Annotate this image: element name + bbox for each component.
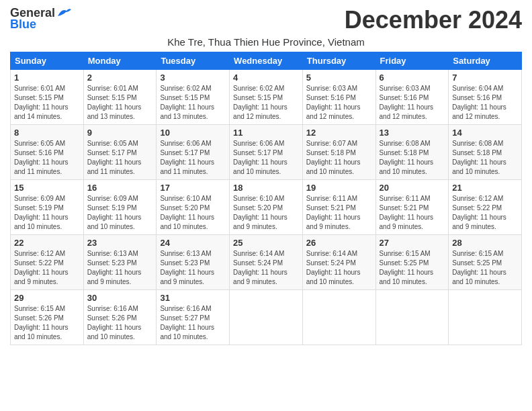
calendar-week-row: 22 Sunrise: 6:12 AMSunset: 5:22 PMDaylig… bbox=[11, 234, 522, 289]
calendar-cell: 14 Sunrise: 6:08 AMSunset: 5:18 PMDaylig… bbox=[449, 124, 522, 179]
calendar-header-row: SundayMondayTuesdayWednesdayThursdayFrid… bbox=[11, 52, 522, 69]
day-number: 13 bbox=[380, 128, 445, 138]
calendar-cell: 2 Sunrise: 6:01 AMSunset: 5:15 PMDayligh… bbox=[83, 69, 157, 124]
day-info: Sunrise: 6:16 AMSunset: 5:27 PMDaylight:… bbox=[160, 305, 214, 340]
calendar-cell: 9 Sunrise: 6:05 AMSunset: 5:17 PMDayligh… bbox=[83, 124, 157, 179]
col-header-friday: Friday bbox=[375, 52, 449, 69]
calendar-cell bbox=[230, 289, 303, 345]
day-info: Sunrise: 6:08 AMSunset: 5:18 PMDaylight:… bbox=[452, 140, 506, 175]
calendar-cell: 21 Sunrise: 6:12 AMSunset: 5:22 PMDaylig… bbox=[449, 179, 522, 234]
day-info: Sunrise: 6:10 AMSunset: 5:20 PMDaylight:… bbox=[233, 195, 287, 230]
day-number: 17 bbox=[160, 183, 226, 193]
calendar-cell: 22 Sunrise: 6:12 AMSunset: 5:22 PMDaylig… bbox=[11, 234, 84, 289]
day-number: 24 bbox=[160, 238, 226, 248]
calendar-cell: 7 Sunrise: 6:04 AMSunset: 5:16 PMDayligh… bbox=[449, 69, 522, 124]
day-info: Sunrise: 6:02 AMSunset: 5:15 PMDaylight:… bbox=[160, 85, 214, 120]
day-info: Sunrise: 6:12 AMSunset: 5:22 PMDaylight:… bbox=[452, 195, 506, 230]
day-number: 27 bbox=[380, 238, 445, 248]
day-number: 9 bbox=[87, 128, 153, 138]
day-number: 10 bbox=[160, 128, 226, 138]
day-info: Sunrise: 6:03 AMSunset: 5:16 PMDaylight:… bbox=[380, 85, 434, 120]
day-number: 12 bbox=[306, 128, 372, 138]
calendar-cell: 13 Sunrise: 6:08 AMSunset: 5:18 PMDaylig… bbox=[375, 124, 449, 179]
calendar-cell: 16 Sunrise: 6:09 AMSunset: 5:19 PMDaylig… bbox=[83, 179, 157, 234]
day-info: Sunrise: 6:01 AMSunset: 5:15 PMDaylight:… bbox=[87, 85, 142, 120]
day-info: Sunrise: 6:15 AMSunset: 5:25 PMDaylight:… bbox=[452, 250, 506, 285]
calendar-cell: 23 Sunrise: 6:13 AMSunset: 5:23 PMDaylig… bbox=[83, 234, 157, 289]
day-info: Sunrise: 6:14 AMSunset: 5:24 PMDaylight:… bbox=[233, 250, 287, 285]
day-info: Sunrise: 6:05 AMSunset: 5:16 PMDaylight:… bbox=[14, 140, 69, 175]
day-info: Sunrise: 6:03 AMSunset: 5:16 PMDaylight:… bbox=[306, 85, 361, 120]
day-number: 25 bbox=[233, 238, 299, 248]
calendar-cell: 15 Sunrise: 6:09 AMSunset: 5:19 PMDaylig… bbox=[11, 179, 84, 234]
day-info: Sunrise: 6:11 AMSunset: 5:21 PMDaylight:… bbox=[306, 195, 361, 230]
col-header-wednesday: Wednesday bbox=[230, 52, 303, 69]
day-number: 15 bbox=[14, 183, 80, 193]
day-info: Sunrise: 6:04 AMSunset: 5:16 PMDaylight:… bbox=[452, 85, 506, 120]
day-info: Sunrise: 6:01 AMSunset: 5:15 PMDaylight:… bbox=[14, 85, 69, 120]
page-header: General Blue December 2024 bbox=[10, 7, 522, 34]
day-number: 6 bbox=[380, 73, 445, 83]
calendar-cell: 18 Sunrise: 6:10 AMSunset: 5:20 PMDaylig… bbox=[230, 179, 303, 234]
calendar-week-row: 8 Sunrise: 6:05 AMSunset: 5:16 PMDayligh… bbox=[11, 124, 522, 179]
calendar-cell bbox=[375, 289, 449, 345]
day-info: Sunrise: 6:11 AMSunset: 5:21 PMDaylight:… bbox=[380, 195, 434, 230]
day-number: 14 bbox=[452, 128, 518, 138]
day-number: 23 bbox=[87, 238, 153, 248]
calendar-cell: 6 Sunrise: 6:03 AMSunset: 5:16 PMDayligh… bbox=[375, 69, 449, 124]
calendar-cell: 26 Sunrise: 6:14 AMSunset: 5:24 PMDaylig… bbox=[302, 234, 375, 289]
calendar-cell: 25 Sunrise: 6:14 AMSunset: 5:24 PMDaylig… bbox=[230, 234, 303, 289]
day-number: 21 bbox=[452, 183, 518, 193]
col-header-sunday: Sunday bbox=[11, 52, 84, 69]
day-number: 18 bbox=[233, 183, 299, 193]
calendar-cell: 17 Sunrise: 6:10 AMSunset: 5:20 PMDaylig… bbox=[157, 179, 230, 234]
day-number: 8 bbox=[14, 128, 80, 138]
day-number: 16 bbox=[87, 183, 153, 193]
calendar-cell: 8 Sunrise: 6:05 AMSunset: 5:16 PMDayligh… bbox=[11, 124, 84, 179]
day-number: 2 bbox=[87, 73, 153, 83]
col-header-saturday: Saturday bbox=[449, 52, 522, 69]
calendar-week-row: 15 Sunrise: 6:09 AMSunset: 5:19 PMDaylig… bbox=[11, 179, 522, 234]
location-subtitle: Khe Tre, Thua Thien Hue Province, Vietna… bbox=[10, 36, 522, 48]
calendar-cell: 29 Sunrise: 6:15 AMSunset: 5:26 PMDaylig… bbox=[11, 289, 84, 345]
calendar-cell: 4 Sunrise: 6:02 AMSunset: 5:15 PMDayligh… bbox=[230, 69, 303, 124]
calendar-cell: 31 Sunrise: 6:16 AMSunset: 5:27 PMDaylig… bbox=[157, 289, 230, 345]
day-info: Sunrise: 6:09 AMSunset: 5:19 PMDaylight:… bbox=[14, 195, 69, 230]
calendar-cell: 24 Sunrise: 6:13 AMSunset: 5:23 PMDaylig… bbox=[157, 234, 230, 289]
calendar-cell: 12 Sunrise: 6:07 AMSunset: 5:18 PMDaylig… bbox=[302, 124, 375, 179]
day-info: Sunrise: 6:14 AMSunset: 5:24 PMDaylight:… bbox=[306, 250, 361, 285]
day-info: Sunrise: 6:15 AMSunset: 5:25 PMDaylight:… bbox=[380, 250, 434, 285]
calendar-cell: 20 Sunrise: 6:11 AMSunset: 5:21 PMDaylig… bbox=[375, 179, 449, 234]
calendar-cell: 10 Sunrise: 6:06 AMSunset: 5:17 PMDaylig… bbox=[157, 124, 230, 179]
day-info: Sunrise: 6:02 AMSunset: 5:15 PMDaylight:… bbox=[233, 85, 287, 120]
col-header-tuesday: Tuesday bbox=[157, 52, 230, 69]
day-number: 19 bbox=[306, 183, 372, 193]
day-info: Sunrise: 6:05 AMSunset: 5:17 PMDaylight:… bbox=[87, 140, 142, 175]
day-info: Sunrise: 6:13 AMSunset: 5:23 PMDaylight:… bbox=[160, 250, 214, 285]
day-number: 31 bbox=[160, 293, 226, 303]
calendar-cell: 1 Sunrise: 6:01 AMSunset: 5:15 PMDayligh… bbox=[11, 69, 84, 124]
day-number: 3 bbox=[160, 73, 226, 83]
col-header-thursday: Thursday bbox=[302, 52, 375, 69]
calendar-cell: 5 Sunrise: 6:03 AMSunset: 5:16 PMDayligh… bbox=[302, 69, 375, 124]
day-number: 20 bbox=[380, 183, 445, 193]
calendar-cell: 19 Sunrise: 6:11 AMSunset: 5:21 PMDaylig… bbox=[302, 179, 375, 234]
calendar-cell: 28 Sunrise: 6:15 AMSunset: 5:25 PMDaylig… bbox=[449, 234, 522, 289]
calendar-cell: 3 Sunrise: 6:02 AMSunset: 5:15 PMDayligh… bbox=[157, 69, 230, 124]
day-number: 29 bbox=[14, 293, 80, 303]
col-header-monday: Monday bbox=[83, 52, 157, 69]
day-number: 11 bbox=[233, 128, 299, 138]
day-number: 22 bbox=[14, 238, 80, 248]
day-info: Sunrise: 6:06 AMSunset: 5:17 PMDaylight:… bbox=[160, 140, 214, 175]
day-info: Sunrise: 6:13 AMSunset: 5:23 PMDaylight:… bbox=[87, 250, 142, 285]
calendar-cell: 11 Sunrise: 6:06 AMSunset: 5:17 PMDaylig… bbox=[230, 124, 303, 179]
calendar-cell bbox=[302, 289, 375, 345]
day-info: Sunrise: 6:12 AMSunset: 5:22 PMDaylight:… bbox=[14, 250, 69, 285]
day-info: Sunrise: 6:16 AMSunset: 5:26 PMDaylight:… bbox=[87, 305, 142, 340]
calendar-cell: 30 Sunrise: 6:16 AMSunset: 5:26 PMDaylig… bbox=[83, 289, 157, 345]
day-number: 1 bbox=[14, 73, 80, 83]
day-info: Sunrise: 6:07 AMSunset: 5:18 PMDaylight:… bbox=[306, 140, 361, 175]
day-number: 7 bbox=[452, 73, 518, 83]
day-number: 26 bbox=[306, 238, 372, 248]
day-info: Sunrise: 6:08 AMSunset: 5:18 PMDaylight:… bbox=[380, 140, 434, 175]
